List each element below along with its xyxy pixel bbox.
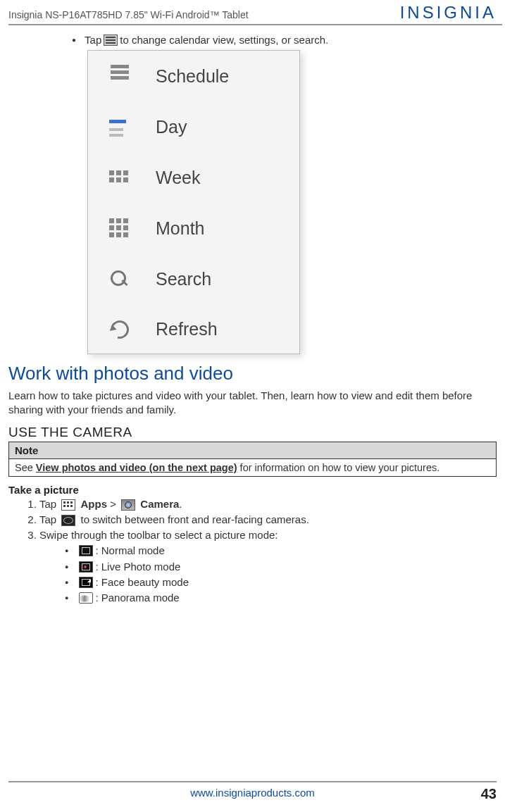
note-table: Note See View photos and video (on the n… [8,442,497,477]
step2-suffix: to switch between front and rear-facing … [77,513,309,525]
take-picture-title: Take a picture [8,484,497,496]
mode-live: ● : Live Photo mode [65,560,497,574]
header-product-line: Insignia NS-P16AT785HD 7.85" Wi-Fi Andro… [8,9,249,20]
brand-logo: INSIGNIA [400,3,497,23]
steps-list: Tap Apps > Camera. Tap to switch between… [27,497,497,606]
mode-face: ● : Face beauty mode [65,575,497,589]
menu-item-day: Day [88,101,299,152]
bullet-icon: ● [65,546,68,555]
tap-menu-suffix: to change calendar view, settings, or se… [120,34,328,46]
footer-rule [8,781,497,782]
step-2: Tap to switch between front and rear-fac… [39,513,497,527]
live-photo-mode-icon [79,561,93,573]
section-intro: Learn how to take pictures and video wit… [8,389,497,418]
calendar-menu-screenshot: Schedule Day Week Month Search Refresh [87,50,300,354]
mode-label: : Normal mode [95,544,164,558]
menu-item-label: Week [156,168,200,188]
step3-text: Swipe through the toolbar to select a pi… [39,529,278,541]
header-rule [8,24,502,25]
camera-switch-icon [61,515,75,526]
normal-mode-icon [79,545,93,556]
step-1: Tap Apps > Camera. [39,497,497,511]
month-icon [108,217,130,239]
tap-menu-bullet-row: ● Tap to change calendar view, settings,… [8,34,497,46]
menu-item-search: Search [88,254,299,304]
note-header: Note [9,442,497,458]
day-icon [108,115,130,138]
menu-icon [104,35,118,46]
step1-camera-label: Camera [140,498,179,510]
menu-item-refresh: Refresh [88,304,299,354]
menu-item-label: Month [156,218,204,239]
step1-gt: > [107,498,119,510]
menu-item-label: Schedule [156,66,229,87]
use-camera-heading: USE THE CAMERA [8,425,497,440]
face-beauty-mode-icon [79,577,93,588]
bullet-icon: ● [65,563,68,571]
mode-normal: ● : Normal mode [65,544,497,558]
mode-pano: ● : Panorama mode [65,591,497,605]
step-3: Swipe through the toolbar to select a pi… [39,528,497,605]
note-body: See View photos and video (on the next p… [9,458,497,476]
bullet-icon: ● [65,594,68,602]
mode-label: : Live Photo mode [95,560,180,574]
step1-apps-label: Apps [81,498,108,510]
menu-item-label: Day [156,117,187,137]
note-tail: for information on how to view your pict… [237,462,440,473]
camera-app-icon [121,499,135,511]
bullet-icon: ● [72,36,76,44]
page-footer: www.insigniaproducts.com [0,781,505,799]
refresh-icon [108,318,130,340]
panorama-mode-icon [79,592,93,604]
apps-icon [61,499,75,511]
search-icon [108,268,130,290]
bullet-icon: ● [65,578,68,587]
note-see: See [15,462,36,473]
mode-label: : Panorama mode [95,591,179,605]
footer-url[interactable]: www.insigniaproducts.com [190,787,315,799]
tap-menu-prefix: Tap [85,34,101,46]
schedule-icon [108,65,130,87]
section-heading: Work with photos and video [8,363,497,385]
mode-label: : Face beauty mode [95,575,189,589]
step1-dot: . [179,498,182,510]
page-number: 43 [481,786,497,802]
menu-item-month: Month [88,203,299,254]
menu-item-schedule: Schedule [88,51,299,101]
step1-prefix: Tap [39,498,59,510]
modes-list: ● : Normal mode ● : Live Photo mode ● : … [65,544,497,605]
menu-item-week: Week [88,152,299,203]
menu-item-label: Refresh [156,319,218,339]
step2-prefix: Tap [39,513,59,525]
week-icon [108,166,130,189]
menu-item-label: Search [156,269,211,289]
note-link[interactable]: View photos and video (on the next page) [36,462,237,473]
